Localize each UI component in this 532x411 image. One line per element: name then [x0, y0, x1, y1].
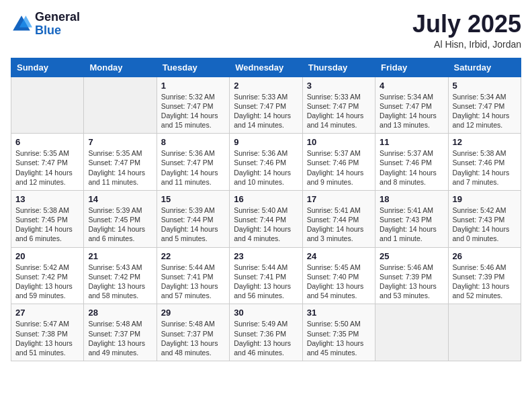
day-info: Sunrise: 5:44 AMSunset: 7:41 PMDaylight:…: [234, 263, 298, 301]
day-number: 15: [161, 194, 225, 204]
day-info: Sunrise: 5:39 AMSunset: 7:44 PMDaylight:…: [161, 205, 225, 244]
header: General Blue July 2025 Al Hisn, Irbid, J…: [11, 11, 521, 50]
calendar-cell: 28Sunrise: 5:48 AMSunset: 7:37 PMDayligh…: [84, 304, 157, 361]
calendar-cell: 20Sunrise: 5:42 AMSunset: 7:42 PMDayligh…: [11, 247, 84, 304]
day-info: Sunrise: 5:36 AMSunset: 7:47 PMDaylight:…: [161, 148, 225, 187]
weekday-header-tuesday: Tuesday: [157, 58, 229, 77]
day-number: 7: [88, 137, 152, 147]
calendar-week-5: 27Sunrise: 5:47 AMSunset: 7:38 PMDayligh…: [11, 304, 521, 361]
day-info: Sunrise: 5:48 AMSunset: 7:37 PMDaylight:…: [161, 319, 225, 357]
calendar-cell: 2Sunrise: 5:33 AMSunset: 7:47 PMDaylight…: [230, 77, 302, 134]
day-info: Sunrise: 5:39 AMSunset: 7:45 PMDaylight:…: [88, 205, 152, 244]
calendar-cell: 26Sunrise: 5:46 AMSunset: 7:39 PMDayligh…: [448, 247, 521, 304]
day-info: Sunrise: 5:42 AMSunset: 7:43 PMDaylight:…: [453, 205, 517, 244]
calendar-week-2: 6Sunrise: 5:35 AMSunset: 7:47 PMDaylight…: [11, 134, 521, 191]
day-info: Sunrise: 5:41 AMSunset: 7:44 PMDaylight:…: [307, 205, 371, 244]
calendar-cell: 31Sunrise: 5:50 AMSunset: 7:35 PMDayligh…: [302, 304, 375, 361]
day-number: 10: [307, 137, 371, 147]
day-number: 4: [380, 81, 443, 91]
day-number: 22: [161, 251, 225, 261]
day-number: 1: [161, 81, 225, 91]
day-info: Sunrise: 5:47 AMSunset: 7:38 PMDaylight:…: [15, 319, 79, 357]
day-info: Sunrise: 5:34 AMSunset: 7:47 PMDaylight:…: [380, 92, 443, 130]
calendar-cell: 22Sunrise: 5:44 AMSunset: 7:41 PMDayligh…: [157, 247, 229, 304]
day-number: 18: [380, 194, 443, 204]
day-info: Sunrise: 5:34 AMSunset: 7:47 PMDaylight:…: [453, 92, 517, 130]
day-info: Sunrise: 5:46 AMSunset: 7:39 PMDaylight:…: [453, 263, 517, 301]
day-number: 30: [234, 308, 298, 318]
calendar-cell: 29Sunrise: 5:48 AMSunset: 7:37 PMDayligh…: [157, 304, 229, 361]
calendar-cell: 1Sunrise: 5:32 AMSunset: 7:47 PMDaylight…: [157, 77, 229, 134]
weekday-header-wednesday: Wednesday: [230, 58, 302, 77]
calendar-cell: [448, 304, 521, 361]
day-info: Sunrise: 5:36 AMSunset: 7:46 PMDaylight:…: [234, 148, 298, 187]
calendar-cell: 12Sunrise: 5:38 AMSunset: 7:46 PMDayligh…: [448, 134, 521, 191]
day-number: 20: [15, 251, 79, 261]
day-info: Sunrise: 5:40 AMSunset: 7:44 PMDaylight:…: [234, 205, 298, 244]
day-number: 16: [234, 194, 298, 204]
day-info: Sunrise: 5:45 AMSunset: 7:40 PMDaylight:…: [307, 263, 371, 301]
calendar-cell: 7Sunrise: 5:35 AMSunset: 7:47 PMDaylight…: [84, 134, 157, 191]
day-info: Sunrise: 5:43 AMSunset: 7:42 PMDaylight:…: [88, 263, 152, 301]
weekday-header-friday: Friday: [375, 58, 448, 77]
logo-icon: [11, 13, 32, 35]
day-info: Sunrise: 5:37 AMSunset: 7:46 PMDaylight:…: [307, 148, 371, 187]
calendar-cell: 3Sunrise: 5:33 AMSunset: 7:47 PMDaylight…: [302, 77, 375, 134]
logo: General Blue: [11, 11, 80, 38]
calendar: SundayMondayTuesdayWednesdayThursdayFrid…: [11, 58, 521, 361]
day-number: 24: [307, 251, 371, 261]
logo-blue: Blue: [35, 24, 80, 38]
calendar-cell: 17Sunrise: 5:41 AMSunset: 7:44 PMDayligh…: [302, 190, 375, 247]
day-number: 31: [307, 308, 371, 318]
title-section: July 2025 Al Hisn, Irbid, Jordan: [412, 11, 521, 50]
calendar-cell: 4Sunrise: 5:34 AMSunset: 7:47 PMDaylight…: [375, 77, 448, 134]
location: Al Hisn, Irbid, Jordan: [412, 39, 521, 50]
day-info: Sunrise: 5:38 AMSunset: 7:45 PMDaylight:…: [15, 205, 79, 244]
day-number: 5: [453, 81, 517, 91]
day-number: 9: [234, 137, 298, 147]
day-number: 3: [307, 81, 371, 91]
day-info: Sunrise: 5:41 AMSunset: 7:43 PMDaylight:…: [380, 205, 443, 244]
day-info: Sunrise: 5:49 AMSunset: 7:36 PMDaylight:…: [234, 319, 298, 357]
month-year: July 2025: [412, 11, 521, 38]
calendar-cell: 13Sunrise: 5:38 AMSunset: 7:45 PMDayligh…: [11, 190, 84, 247]
calendar-cell: 24Sunrise: 5:45 AMSunset: 7:40 PMDayligh…: [302, 247, 375, 304]
day-number: 23: [234, 251, 298, 261]
logo-text: General Blue: [35, 11, 80, 38]
day-info: Sunrise: 5:42 AMSunset: 7:42 PMDaylight:…: [15, 263, 79, 301]
weekday-header-monday: Monday: [84, 58, 157, 77]
day-number: 21: [88, 251, 152, 261]
day-number: 17: [307, 194, 371, 204]
day-number: 29: [161, 308, 225, 318]
calendar-cell: 8Sunrise: 5:36 AMSunset: 7:47 PMDaylight…: [157, 134, 229, 191]
day-number: 13: [15, 194, 79, 204]
calendar-cell: 23Sunrise: 5:44 AMSunset: 7:41 PMDayligh…: [230, 247, 302, 304]
day-info: Sunrise: 5:35 AMSunset: 7:47 PMDaylight:…: [15, 148, 79, 187]
calendar-cell: 16Sunrise: 5:40 AMSunset: 7:44 PMDayligh…: [230, 190, 302, 247]
calendar-week-3: 13Sunrise: 5:38 AMSunset: 7:45 PMDayligh…: [11, 190, 521, 247]
calendar-cell: 11Sunrise: 5:37 AMSunset: 7:46 PMDayligh…: [375, 134, 448, 191]
day-info: Sunrise: 5:32 AMSunset: 7:47 PMDaylight:…: [161, 92, 225, 130]
calendar-cell: [11, 77, 84, 134]
calendar-cell: [84, 77, 157, 134]
weekday-header-saturday: Saturday: [448, 58, 521, 77]
calendar-cell: 5Sunrise: 5:34 AMSunset: 7:47 PMDaylight…: [448, 77, 521, 134]
day-number: 27: [15, 308, 79, 318]
day-number: 26: [453, 251, 517, 261]
calendar-week-4: 20Sunrise: 5:42 AMSunset: 7:42 PMDayligh…: [11, 247, 521, 304]
day-number: 2: [234, 81, 298, 91]
day-info: Sunrise: 5:33 AMSunset: 7:47 PMDaylight:…: [307, 92, 371, 130]
calendar-cell: [375, 304, 448, 361]
calendar-cell: 9Sunrise: 5:36 AMSunset: 7:46 PMDaylight…: [230, 134, 302, 191]
calendar-cell: 27Sunrise: 5:47 AMSunset: 7:38 PMDayligh…: [11, 304, 84, 361]
calendar-cell: 6Sunrise: 5:35 AMSunset: 7:47 PMDaylight…: [11, 134, 84, 191]
day-info: Sunrise: 5:44 AMSunset: 7:41 PMDaylight:…: [161, 263, 225, 301]
calendar-cell: 21Sunrise: 5:43 AMSunset: 7:42 PMDayligh…: [84, 247, 157, 304]
calendar-cell: 18Sunrise: 5:41 AMSunset: 7:43 PMDayligh…: [375, 190, 448, 247]
day-number: 6: [15, 137, 79, 147]
weekday-header-thursday: Thursday: [302, 58, 375, 77]
day-info: Sunrise: 5:35 AMSunset: 7:47 PMDaylight:…: [88, 148, 152, 187]
weekday-header-sunday: Sunday: [11, 58, 84, 77]
day-number: 12: [453, 137, 517, 147]
calendar-cell: 14Sunrise: 5:39 AMSunset: 7:45 PMDayligh…: [84, 190, 157, 247]
